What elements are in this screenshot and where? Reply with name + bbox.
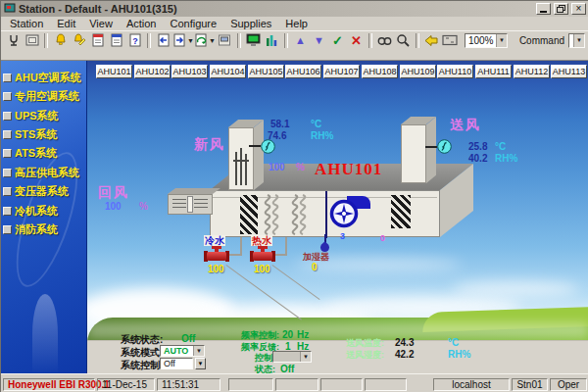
cancel-icon[interactable]: ✕ — [347, 32, 366, 49]
fresh-air-temp-unit: °C — [311, 119, 321, 129]
page-back-icon[interactable] — [154, 32, 172, 49]
fresh-air-rh-unit: RH% — [311, 130, 333, 141]
bullet-icon — [3, 130, 12, 139]
tab-ahu103[interactable]: AHU103 — [172, 65, 208, 78]
sys-status-value[interactable]: Off — [181, 333, 195, 344]
fresh-air-temp[interactable]: 58.1 — [270, 119, 289, 129]
zoom-select[interactable]: 100% ▼ — [465, 33, 508, 48]
sys-control-caret[interactable]: ▼ — [195, 358, 206, 369]
return-air-duct — [168, 194, 213, 215]
supply-rh-value[interactable]: 42.2 — [395, 349, 414, 360]
page-recall-icon[interactable]: ▼ — [194, 32, 216, 49]
supply-air-sensor-icon[interactable] — [437, 139, 452, 158]
tab-ahu112[interactable]: AHU112 — [514, 65, 550, 78]
alarm-bell-icon[interactable] — [51, 32, 70, 49]
control-select[interactable]: ▼ — [272, 351, 312, 363]
tab-ahu111[interactable]: AHU111 — [475, 65, 512, 78]
menu-action[interactable]: Action — [120, 18, 164, 29]
command-caret-icon[interactable]: ▼ — [573, 34, 584, 47]
viewport-icon[interactable] — [441, 32, 460, 49]
find-icon[interactable] — [375, 32, 394, 49]
zoom-caret-icon[interactable]: ▼ — [496, 34, 507, 47]
page-forward-icon[interactable]: ▼ — [172, 32, 194, 49]
tab-ahu105[interactable]: AHU105 — [248, 65, 284, 78]
supply-air-temp[interactable]: 25.8 — [468, 141, 487, 152]
lower-icon[interactable]: ▼ — [310, 32, 328, 49]
sys-mode-caret-icon[interactable]: ▼ — [193, 346, 204, 356]
ahu-front-face — [210, 190, 440, 237]
hot-water-label: 热水 — [251, 235, 272, 246]
monitor-icon[interactable] — [244, 32, 263, 49]
hot-water-pipe — [275, 254, 287, 256]
tab-ahu110[interactable]: AHU110 — [437, 65, 473, 78]
sys-mode-select[interactable]: AUTO ▼ — [160, 345, 205, 357]
sidebar-item-sts[interactable]: STS系统 — [3, 127, 86, 143]
freq-control-value[interactable]: 20 — [282, 329, 293, 340]
message-summary-icon[interactable]: ? — [125, 32, 144, 49]
status-user: Oper — [550, 378, 587, 391]
command-input[interactable]: ▼ — [568, 33, 585, 48]
toolbar: ? ▼ ▼ ▲ ▼ ✓ ✕ 10 — [1, 30, 588, 49]
hot-water-value[interactable]: 100 — [254, 264, 270, 274]
mix-damper-value[interactable]: 100 — [269, 162, 285, 172]
supply-air-rh[interactable]: 40.2 — [468, 153, 487, 164]
restore-button[interactable] — [554, 3, 568, 15]
tab-ahu106[interactable]: AHU106 — [285, 65, 321, 78]
pan-icon[interactable] — [422, 32, 441, 49]
fan-icon[interactable] — [329, 199, 359, 232]
supply-rh-label: 送风湿度: — [346, 349, 384, 362]
display-frame-icon[interactable] — [23, 32, 41, 49]
menu-view[interactable]: View — [82, 18, 120, 29]
event-summary-icon[interactable] — [107, 32, 125, 49]
alarm-summary-icon[interactable] — [88, 32, 107, 49]
tab-ahu108[interactable]: AHU108 — [362, 65, 398, 78]
humidifier-value[interactable]: 0 — [312, 262, 318, 272]
bullet-icon — [3, 92, 12, 101]
close-button[interactable]: × — [571, 3, 586, 15]
tab-ahu104[interactable]: AHU104 — [210, 65, 246, 78]
status-bar: Honeywell EBI R300.1 11-Dec-15 11:51:31 … — [1, 373, 588, 392]
hot-water-valve-icon[interactable] — [250, 246, 275, 264]
chilled-water-valve-icon[interactable] — [204, 246, 229, 264]
status-host: localhost — [433, 378, 510, 391]
status-cell-empty — [228, 378, 273, 391]
bullet-icon — [3, 225, 12, 234]
sensor-lead — [425, 146, 437, 148]
tab-ahu113[interactable]: AHU113 — [551, 65, 587, 78]
station-connect-icon[interactable] — [4, 32, 23, 49]
fresh-air-sensor-icon[interactable] — [261, 139, 275, 158]
associated-display-icon[interactable] — [216, 32, 234, 49]
tab-ahu109[interactable]: AHU109 — [400, 65, 436, 78]
page-forward-caret[interactable]: ▼ — [187, 37, 194, 44]
menu-station[interactable]: Station — [3, 18, 50, 29]
return-air-label: 回风 — [98, 184, 129, 202]
fresh-air-rh[interactable]: 74.6 — [268, 130, 286, 141]
control-caret-icon[interactable]: ▼ — [300, 352, 311, 362]
bullet-icon — [3, 207, 12, 216]
sys-control-select[interactable]: Off — [160, 358, 193, 369]
confirm-icon[interactable]: ✓ — [328, 32, 347, 49]
page-recall-caret[interactable]: ▼ — [209, 37, 216, 44]
sidebar-item-precision-ac[interactable]: 专用空调系统 — [3, 89, 86, 105]
tab-ahu102[interactable]: AHU102 — [134, 65, 171, 78]
menu-edit[interactable]: Edit — [50, 18, 82, 29]
sidebar-item-ups[interactable]: UPS系统 — [3, 108, 86, 123]
alarm-ack-icon[interactable] — [70, 32, 88, 49]
menu-configure[interactable]: Configure — [163, 18, 223, 29]
trend-bars-icon[interactable] — [263, 32, 281, 49]
supply-temp-value[interactable]: 24.3 — [395, 337, 414, 348]
raise-icon[interactable]: ▲ — [291, 32, 310, 49]
zoom-magnifier-icon[interactable] — [394, 32, 413, 49]
menu-supplies[interactable]: Supplies — [223, 18, 278, 29]
return-air-damper[interactable]: 100 — [105, 201, 122, 212]
sidebar-item-ahu[interactable]: AHU空调系统 — [3, 70, 86, 85]
chilled-water-value[interactable]: 100 — [208, 264, 224, 274]
fresh-air-label: 新风 — [194, 136, 225, 154]
chilled-water-label: 冷水 — [204, 235, 225, 246]
minimize-button[interactable] — [536, 3, 551, 15]
sys-status-label: 系统状态: — [121, 333, 163, 347]
tab-ahu101[interactable]: AHU101 — [96, 65, 132, 78]
menu-help[interactable]: Help — [278, 18, 315, 29]
return-air-damper-unit: % — [139, 201, 148, 212]
tab-ahu107[interactable]: AHU107 — [323, 65, 360, 78]
